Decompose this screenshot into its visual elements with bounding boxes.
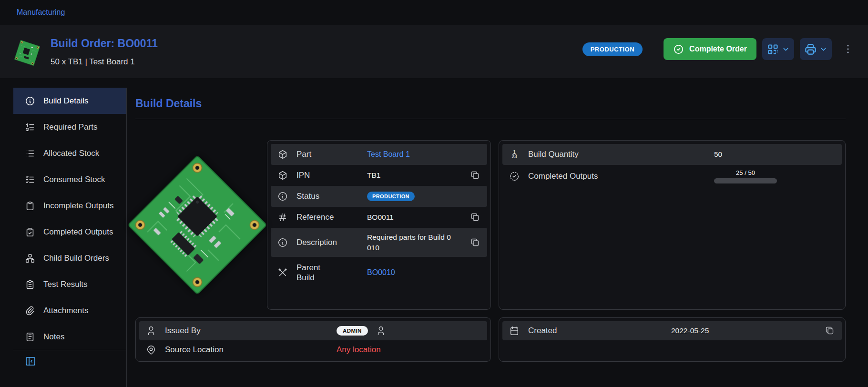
- source-location-row: Source Location Any location: [139, 340, 487, 359]
- more-actions-button[interactable]: [841, 38, 855, 60]
- tools-icon: [277, 267, 288, 278]
- issued-by-label: Issued By: [165, 326, 337, 336]
- detail-row-ipn: IPN TB1: [271, 165, 487, 186]
- part-link[interactable]: Test Board 1: [367, 150, 410, 159]
- parent-build-link[interactable]: BO0010: [367, 268, 395, 277]
- status-badge: PRODUCTION: [582, 42, 643, 56]
- dots-vertical-icon: [842, 43, 854, 55]
- sidebar-item-build-details[interactable]: Build Details: [13, 88, 126, 114]
- sidebar-item-label: Notes: [43, 332, 64, 342]
- description-value: Required parts for Build 0010: [367, 232, 454, 253]
- detail-row-status: Status PRODUCTION: [271, 186, 487, 207]
- list-icon: [25, 148, 35, 159]
- progress-check-icon: [509, 171, 520, 182]
- sidebar-footer: [13, 350, 126, 372]
- detail-label: Part: [296, 149, 367, 159]
- box-icon: [277, 170, 288, 181]
- info-circle-icon: [277, 237, 288, 248]
- circle-check-icon: [673, 44, 684, 55]
- sidebar-item-completed-outputs[interactable]: Completed Outputs: [13, 219, 126, 245]
- sidebar-item-incomplete-outputs[interactable]: Incomplete Outputs: [13, 193, 126, 219]
- barcode-actions-button[interactable]: [762, 38, 794, 60]
- part-thumbnail[interactable]: [14, 40, 40, 66]
- ipn-value: TB1: [367, 171, 380, 180]
- sidebar-item-required-parts[interactable]: Required Parts: [13, 114, 126, 140]
- build-order-page: Manufacturing Build Order: B: [0, 0, 868, 387]
- copy-button[interactable]: [470, 237, 480, 248]
- page-body: Build Details Required Parts Allocated S…: [0, 88, 868, 387]
- hash-icon: [277, 212, 288, 223]
- info-circle-icon: [277, 191, 288, 202]
- completed-outputs-progress: 25 / 50: [714, 169, 777, 183]
- reference-value: BO0011: [367, 213, 394, 222]
- part-image[interactable]: [135, 140, 259, 310]
- sidebar-item-notes[interactable]: Notes: [13, 324, 126, 350]
- created-label: Created: [528, 326, 671, 336]
- breadcrumb: Manufacturing: [0, 0, 868, 25]
- detail-label: Parent Build: [296, 263, 367, 283]
- completed-outputs-label: Completed Outputs: [528, 171, 714, 181]
- sidebar-item-label: Build Details: [43, 96, 89, 106]
- copy-icon: [470, 212, 480, 222]
- issued-by-row: Issued By ADMIN: [139, 321, 487, 340]
- sidebar-item-label: Attachments: [43, 306, 89, 316]
- build-details-panel: Part Test Board 1 IPN TB1 Status PRODUCT…: [267, 140, 491, 310]
- sidebar-item-label: Completed Outputs: [43, 227, 113, 237]
- created-value: 2022-05-25: [671, 326, 709, 335]
- printer-icon: [804, 43, 817, 56]
- breadcrumb-manufacturing[interactable]: Manufacturing: [17, 8, 65, 17]
- copy-icon: [825, 326, 835, 336]
- sidebar-item-child-build-orders[interactable]: Child Build Orders: [13, 245, 126, 271]
- chevron-down-icon: [782, 45, 790, 53]
- copy-icon: [470, 237, 480, 247]
- print-actions-button[interactable]: [800, 38, 832, 60]
- build-quantity-panel: 123 Build Quantity 50 Completed Outputs …: [499, 140, 846, 310]
- detail-label: Status: [296, 191, 367, 201]
- pcb-image-small: [14, 40, 40, 66]
- qrcode-icon: [766, 43, 779, 56]
- sidebar-item-attachments[interactable]: Attachments: [13, 297, 126, 324]
- copy-button[interactable]: [470, 170, 480, 181]
- sidebar-item-allocated-stock[interactable]: Allocated Stock: [13, 140, 126, 166]
- header-titles: Build Order: BO0011 50 x TB1 | Test Boar…: [51, 37, 158, 67]
- completed-outputs-row: Completed Outputs 25 / 50: [502, 165, 842, 188]
- sidebar-item-test-results[interactable]: Test Results: [13, 271, 126, 297]
- detail-label: Reference: [296, 212, 367, 222]
- issued-panel: Issued By ADMIN Source Location Any loca…: [135, 317, 491, 362]
- source-location-label: Source Location: [165, 345, 337, 355]
- detail-row-part: Part Test Board 1: [271, 144, 487, 165]
- clipboard-check-icon: [25, 227, 35, 237]
- progress-bar: [714, 178, 777, 183]
- report-icon: [25, 279, 35, 290]
- collapse-sidebar-button[interactable]: [25, 356, 36, 367]
- main-content: Build Details: [127, 88, 868, 387]
- sidebar-item-label: Incomplete Outputs: [43, 201, 113, 211]
- sidebar-item-consumed-stock[interactable]: Consumed Stock: [13, 166, 126, 193]
- copy-button[interactable]: [470, 212, 480, 223]
- detail-row-reference: Reference BO0011: [271, 207, 487, 228]
- details-grid: Part Test Board 1 IPN TB1 Status PRODUCT…: [135, 140, 846, 362]
- notes-icon: [25, 332, 35, 342]
- sitemap-icon: [25, 253, 35, 264]
- sidebar-collapse-icon: [25, 356, 36, 367]
- created-row: Created 2022-05-25: [502, 321, 842, 340]
- detail-label: IPN: [296, 170, 367, 180]
- numbers-123-icon: 123: [509, 149, 520, 160]
- section-title: Build Details: [135, 97, 846, 110]
- sidebar-item-label: Required Parts: [43, 122, 97, 132]
- page-subtitle: 50 x TB1 | Test Board 1: [51, 57, 158, 67]
- list-check-icon: [25, 174, 35, 185]
- created-panel: Created 2022-05-25: [499, 317, 846, 362]
- complete-order-label: Complete Order: [689, 45, 747, 53]
- list-numbers-icon: [25, 122, 35, 132]
- sidebar-item-label: Allocated Stock: [43, 149, 99, 158]
- detail-row-description: Description Required parts for Build 001…: [271, 228, 487, 257]
- sidebar-item-label: Consumed Stock: [43, 175, 105, 184]
- map-pin-icon: [146, 345, 156, 355]
- copy-icon: [470, 170, 480, 180]
- chevron-down-icon: [819, 45, 827, 53]
- box-icon: [277, 149, 288, 160]
- user-icon: [146, 326, 156, 336]
- copy-button[interactable]: [825, 326, 835, 336]
- complete-order-button[interactable]: Complete Order: [664, 38, 756, 60]
